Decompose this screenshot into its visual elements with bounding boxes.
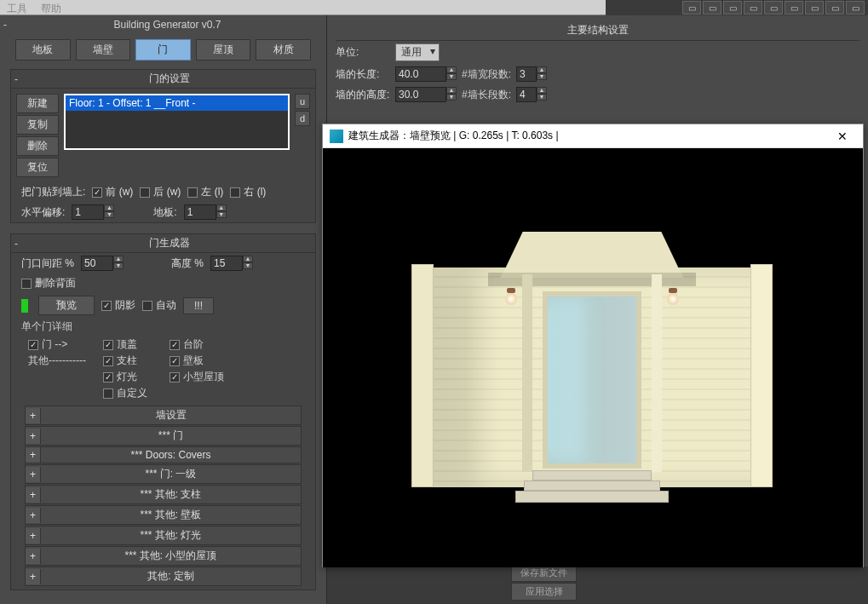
expand-item-label[interactable]: *** 其他: 支柱	[41, 486, 301, 503]
toolbar-icon[interactable]: ▭	[723, 1, 742, 14]
door-opt-label: 门 -->	[42, 337, 67, 352]
stairs-checkbox[interactable]	[170, 340, 180, 350]
collapse-icon[interactable]: -	[14, 73, 26, 85]
pillar-checkbox[interactable]	[103, 356, 113, 366]
floor-label: 地板:	[153, 205, 176, 220]
spinner-down-icon[interactable]: ▼	[243, 262, 253, 269]
spinner-down-icon[interactable]: ▼	[446, 94, 457, 101]
tab-floor[interactable]: 地板	[15, 39, 71, 60]
expand-item-label[interactable]: *** Doors: Covers	[41, 447, 301, 463]
tab-roof[interactable]: 屋顶	[196, 39, 251, 60]
tab-door[interactable]: 门	[135, 39, 191, 60]
toolbar-icon[interactable]: ▭	[744, 1, 762, 14]
wall-l-seg-label: #墙长段数:	[462, 88, 511, 102]
toolbar-icon[interactable]: ▭	[825, 1, 844, 14]
copy-button[interactable]: 复制	[16, 115, 59, 135]
spinner-up-icon[interactable]: ▲	[537, 87, 547, 94]
new-button[interactable]: 新建	[16, 94, 59, 113]
reset-button[interactable]: 复位	[16, 158, 59, 177]
collapse-icon[interactable]: -	[3, 19, 12, 31]
preview-viewport[interactable]	[323, 148, 863, 567]
siding-label: 壁板	[183, 354, 204, 368]
move-down-button[interactable]: d	[295, 111, 310, 126]
toolbar-icon[interactable]: ▭	[703, 1, 721, 14]
spinner-up-icon[interactable]: ▲	[446, 87, 457, 94]
door-checkbox[interactable]	[28, 340, 38, 350]
toolbar-icon[interactable]: ▭	[805, 1, 824, 14]
toolbar-icon[interactable]: ▭	[785, 1, 803, 14]
expand-item-label[interactable]: *** 其他: 小型的屋顶	[41, 547, 301, 565]
close-icon[interactable]: ✕	[829, 129, 856, 143]
expand-item-label[interactable]: 其他: 定制	[41, 567, 301, 585]
remove-back-checkbox[interactable]	[21, 279, 32, 289]
spinner-up-icon[interactable]: ▲	[104, 204, 114, 211]
auto-button[interactable]: !!!	[183, 297, 214, 314]
expand-icon[interactable]: +	[26, 429, 41, 444]
apply-selection-button[interactable]: 应用选择	[511, 583, 577, 601]
h-offset-spinner[interactable]	[72, 204, 104, 220]
stairs-label: 台阶	[183, 337, 204, 352]
toolbar-icon[interactable]: ▭	[764, 1, 783, 14]
front-checkbox[interactable]	[92, 187, 102, 198]
wall-w-seg-spinner[interactable]	[516, 66, 537, 82]
tab-wall[interactable]: 墙壁	[76, 39, 131, 60]
spinner-up-icon[interactable]: ▲	[446, 66, 457, 73]
preview-window-title: 建筑生成器：墙壁预览 | G: 0.265s | T: 0.603s |	[348, 129, 829, 143]
expand-icon[interactable]: +	[26, 487, 41, 503]
spinner-up-icon[interactable]: ▲	[216, 204, 227, 211]
menu-help[interactable]: 帮助	[41, 2, 61, 13]
expand-icon[interactable]: +	[26, 549, 41, 564]
delete-button[interactable]: 删除	[16, 136, 59, 156]
expand-icon[interactable]: +	[26, 508, 41, 523]
expand-icon[interactable]: +	[26, 408, 41, 423]
tab-material[interactable]: 材质	[256, 39, 311, 60]
spinner-down-icon[interactable]: ▼	[446, 73, 457, 80]
wall-len-spinner[interactable]	[395, 66, 446, 82]
toolbar-icon[interactable]: ▭	[682, 1, 701, 14]
auto-label: 自动	[156, 298, 176, 313]
spinner-down-icon[interactable]: ▼	[537, 94, 547, 101]
custom-checkbox[interactable]	[103, 388, 113, 399]
expand-item-label[interactable]: *** 门	[41, 427, 301, 445]
spinner-up-icon[interactable]: ▲	[537, 66, 547, 73]
expand-item-label[interactable]: *** 门: 一级	[41, 465, 301, 483]
expand-item-label[interactable]: *** 其他: 壁板	[41, 506, 301, 524]
spacing-spinner[interactable]	[81, 256, 113, 271]
back-checkbox[interactable]	[140, 187, 150, 198]
toolbar-icon[interactable]: ▭	[846, 1, 865, 14]
menu-tools[interactable]: 工具	[7, 2, 27, 13]
expand-item-label[interactable]: 墙设置	[41, 406, 301, 424]
collapse-icon[interactable]: -	[14, 238, 26, 250]
shadow-checkbox[interactable]	[101, 301, 112, 311]
auto-checkbox[interactable]	[142, 301, 152, 311]
light-checkbox[interactable]	[103, 372, 113, 383]
left-checkbox[interactable]	[187, 187, 198, 198]
height-spinner[interactable]	[210, 256, 243, 271]
spinner-down-icon[interactable]: ▼	[104, 211, 114, 218]
door-detail-header: 单个门详细	[11, 318, 315, 336]
unit-select[interactable]: 通用	[395, 43, 440, 61]
move-up-button[interactable]: u	[295, 94, 310, 109]
expand-icon[interactable]: +	[26, 467, 41, 482]
expand-item-label[interactable]: *** 其他: 灯光	[41, 526, 301, 544]
spinner-up-icon[interactable]: ▲	[243, 256, 253, 262]
wall-h-spinner[interactable]	[395, 87, 446, 102]
wall-l-seg-spinner[interactable]	[516, 87, 537, 102]
custom-label: 自定义	[117, 386, 147, 400]
door-listbox[interactable]: Floor: 1 - Offset: 1 __Front -	[64, 94, 290, 150]
list-item[interactable]: Floor: 1 - Offset: 1 __Front -	[66, 95, 288, 111]
cap-checkbox[interactable]	[103, 340, 113, 350]
preview-button[interactable]: 预览	[38, 296, 95, 315]
expand-icon[interactable]: +	[26, 569, 41, 584]
miniroof-checkbox[interactable]	[170, 372, 180, 383]
siding-checkbox[interactable]	[170, 356, 180, 366]
spinner-down-icon[interactable]: ▼	[537, 73, 547, 80]
spinner-down-icon[interactable]: ▼	[113, 262, 124, 269]
right-checkbox[interactable]	[230, 187, 240, 198]
spinner-down-icon[interactable]: ▼	[216, 211, 227, 218]
expand-icon[interactable]: +	[26, 528, 41, 544]
floor-spinner[interactable]	[184, 204, 216, 220]
app-icon	[330, 129, 343, 143]
spinner-up-icon[interactable]: ▲	[113, 256, 124, 262]
expand-icon[interactable]: +	[26, 447, 41, 463]
